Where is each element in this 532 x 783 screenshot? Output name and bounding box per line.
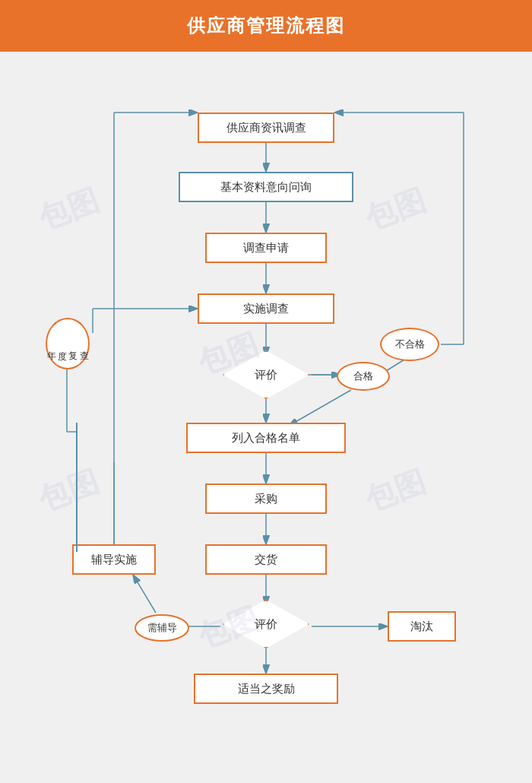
node-guidance: 辅导实施	[72, 544, 156, 575]
node-needs-guidance: 需辅导	[135, 614, 189, 642]
node-qualified-list: 列入合格名单	[186, 423, 346, 453]
flow-arrows	[0, 52, 532, 781]
node-reward: 适当之奖励	[194, 674, 338, 704]
watermark-1: 包图	[33, 179, 104, 239]
page-title: 供应商管理流程图	[0, 14, 532, 38]
node-supplier-survey: 供应商资讯调查	[198, 113, 334, 143]
node-evaluation-1: 评价	[224, 352, 308, 398]
node-evaluation-2: 评价	[224, 601, 308, 647]
watermark-4: 包图	[359, 461, 431, 521]
node-annual-review: 年 度 复 查	[46, 318, 90, 369]
node-purchase: 采购	[205, 483, 327, 514]
node-unqualified: 不合格	[380, 328, 439, 361]
flowchart-area: 供应商资讯调查 基本资料意向问询 调查申请 实施调查 评价 合格 不合格 列入合…	[0, 52, 532, 781]
node-eliminate: 淘汰	[388, 611, 456, 642]
left-loop-line	[76, 423, 78, 552]
watermark-3: 包图	[33, 461, 104, 521]
node-implement-survey: 实施调查	[198, 293, 334, 324]
header: 供应商管理流程图	[0, 0, 532, 52]
svg-line-14	[133, 575, 156, 613]
page-wrapper: 供应商管理流程图	[0, 0, 532, 783]
node-survey-apply: 调查申请	[205, 233, 327, 263]
node-basic-inquiry: 基本资料意向问询	[179, 172, 353, 202]
watermark-2: 包图	[359, 179, 431, 239]
node-delivery: 交货	[205, 544, 327, 575]
node-qualified: 合格	[337, 362, 390, 391]
